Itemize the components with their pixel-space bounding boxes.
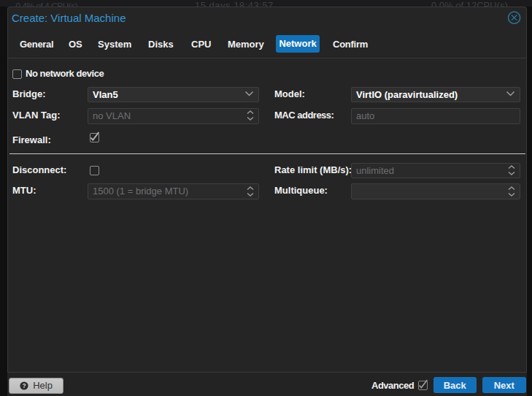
svg-text:?: ? — [23, 381, 26, 389]
